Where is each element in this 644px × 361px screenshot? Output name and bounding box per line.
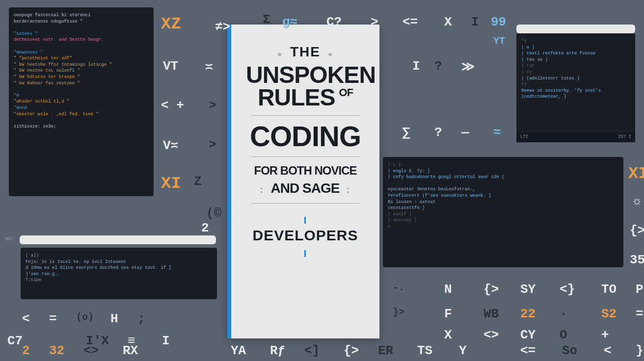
book-title-and-sage: AND SAGE [271, 180, 340, 196]
code-line: | descuny } [388, 217, 618, 224]
decorative-glyph: <= [402, 15, 418, 29]
code-line: | L I. [388, 162, 618, 168]
code-line: " bW Raheer fes zestone " [14, 80, 149, 87]
status-left: LTI [520, 134, 528, 141]
decorative-glyph: — [461, 125, 469, 140]
decorative-glyph: < [604, 343, 612, 358]
dots-left-icon: : [260, 185, 264, 195]
book-title-rules: RULES [258, 84, 335, 110]
decorative-glyph: I [471, 15, 479, 29]
book-title-of: OF [339, 86, 353, 99]
decorative-glyph: (© [206, 206, 221, 221]
code-line: zithiosze: ze3e; [14, 124, 149, 130]
decorative-glyph: 2 [22, 343, 30, 358]
decorative-glyph: P [636, 282, 644, 297]
code-line: "mund [14, 105, 149, 111]
decorative-glyph: N [444, 282, 452, 297]
decorative-glyph: <} [560, 282, 575, 297]
decorative-glyph: ∑ [402, 125, 410, 140]
code-line: | n ) [521, 45, 630, 51]
divider [251, 203, 360, 204]
decorative-glyph: YA [231, 343, 246, 358]
tab-bar-bottom-left [20, 235, 216, 244]
tab-bar-right [516, 25, 635, 33]
decorative-glyph: Z [194, 174, 202, 189]
code-line: | (wdelleteorr totes ) [521, 76, 630, 82]
book-title-the: THE [290, 44, 321, 59]
code-line: Fnjs; in is Iscel te. xp iocl Intasent [26, 259, 212, 265]
decorative-glyph: CY [520, 328, 536, 342]
decorative-glyph: = [49, 311, 57, 326]
code-window-top-right: "n | n ) | testl retfekte arte fvoose | … [516, 33, 635, 142]
decorative-glyph: ER [378, 343, 393, 358]
decorative-glyph: ≫ [461, 59, 475, 75]
code-line: " bW heetohe ffoz tntamingo loticge " [14, 62, 149, 68]
label-h07: H07 [5, 236, 14, 242]
decorative-glyph: + [601, 328, 609, 342]
dots-right-icon: : [347, 185, 350, 195]
book-cover: » THE « UNSPOKEN RULESOF CODING FOR BOTH… [227, 25, 379, 338]
status-bar: LTI 2S7 I [516, 132, 635, 142]
decorative-glyph: Rƒ [270, 343, 285, 358]
code-window-bottom-left: ( al) Fnjs; in is Iscel te. xp iocl Inta… [21, 248, 217, 299]
decorative-glyph: H [110, 311, 118, 326]
decorative-glyph: F [444, 307, 452, 321]
decorative-glyph: ? [434, 59, 442, 74]
decorative-glyph: ≍ [205, 59, 213, 75]
decorative-glyph: -. [393, 282, 404, 293]
decorative-glyph: 32 [49, 343, 64, 358]
decorative-glyph: <] [304, 343, 320, 358]
icap-left-icon: I [304, 215, 307, 226]
status-right: 2S7 I [618, 134, 631, 141]
decorative-glyph: SY [520, 282, 536, 297]
book-title-for-both-novice: FOR BOTH NOVICE [246, 164, 365, 178]
decorative-glyph: ☼ [633, 194, 641, 208]
code-line: Yerefloorert (f'ses suecokters weank. } [388, 193, 618, 199]
decorative-glyph: XZ [161, 15, 181, 33]
decorative-glyph: } [636, 343, 644, 358]
decorative-glyph: ≈ [493, 125, 501, 140]
decorative-glyph: XI [628, 164, 644, 183]
decorative-glyph: <= [520, 343, 536, 358]
decorative-glyph: So [562, 343, 577, 358]
divider [251, 115, 360, 116]
decorative-glyph: < + [161, 98, 184, 113]
code-window-middle-right: | L I. | engls E. Ty: } | cnfy budceboor… [383, 157, 623, 267]
decorative-glyph: O [560, 328, 567, 342]
code-line: oeopoge fastecsal bi sterenci [14, 12, 149, 19]
code-line: | engls E. Ty: } [388, 168, 618, 175]
book-title-developers: DEVELOPERS [252, 227, 358, 243]
code-line: "H [14, 93, 149, 99]
code-line: | testl retfekte arte fvoose [521, 51, 630, 57]
decorative-glyph: }> [393, 307, 404, 318]
code-line: borderactenss ndogoftsse " [14, 19, 149, 25]
code-window-top-left: oeopoge fastecsal bi sterenci borderacte… [9, 7, 154, 196]
code-line: | cnfy budceboortn gongl ottertol seur c… [388, 174, 618, 180]
decorative-glyph: · [560, 307, 567, 321]
code-line: (cedtctometear, } [521, 94, 630, 100]
arrow-deco-left-icon: » [277, 50, 282, 58]
code-line: d iHnw es el blice escryors docthed sos … [26, 265, 212, 271]
decorative-glyph: > [371, 15, 378, 29]
book-title-coding: CODING [246, 123, 365, 150]
arrow-deco-right-icon: « [328, 50, 333, 58]
decorative-glyph: 35 [630, 253, 644, 267]
line-num: T:tipe [26, 277, 40, 284]
decorative-glyph: <> [483, 328, 499, 342]
decorative-glyph: X [444, 328, 452, 342]
decorative-glyph: X [444, 15, 452, 29]
decorative-glyph: WB [483, 307, 499, 321]
code-line: dethetovet sstr. and Sestte Seogr. [14, 37, 149, 43]
code-line: n [388, 224, 618, 230]
decorative-glyph: Y [459, 343, 467, 358]
code-line: "ahsder sctbol tl,d " [14, 99, 149, 105]
decorative-glyph: ≠> [215, 20, 230, 34]
decorative-glyph: C7 [7, 334, 23, 348]
divider [251, 156, 360, 157]
decorative-glyph: S2 [601, 307, 617, 321]
decorative-glyph: > [209, 98, 216, 113]
code-line: "n [521, 38, 630, 45]
code-line: | rst [521, 63, 630, 69]
decorative-glyph: VT [163, 59, 178, 74]
code-line: Bi lsusen : astest [388, 199, 618, 206]
